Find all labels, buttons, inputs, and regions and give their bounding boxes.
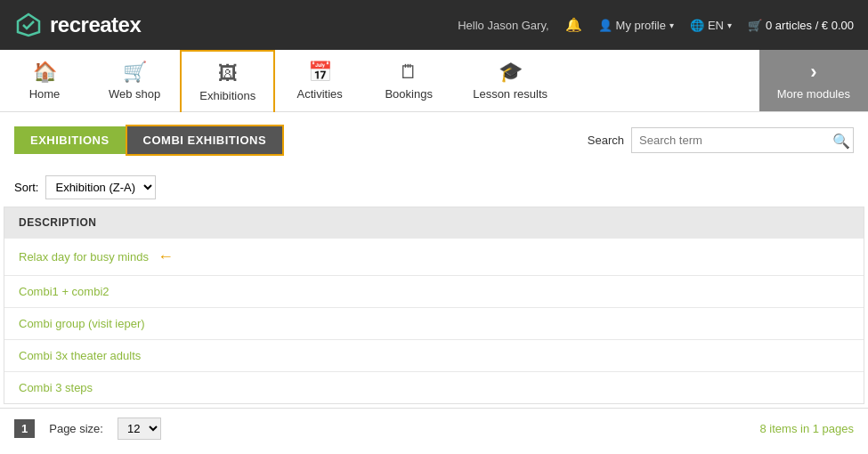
sort-row: Sort: Exhibition (Z-A) Exhibition (A-Z) … <box>0 168 868 207</box>
lang-label: EN <box>708 19 724 32</box>
table-row: Combi1 + combi2 <box>4 275 864 307</box>
svg-marker-0 <box>18 14 39 36</box>
language-selector[interactable]: 🌐 EN ▾ <box>690 19 732 32</box>
tab-exhibitions-label: Exhibitions <box>199 89 256 102</box>
lesson-results-icon: 🎓 <box>499 61 523 84</box>
table-row: Combi 3 steps <box>4 371 864 403</box>
tab-webshop-label: Web shop <box>109 87 160 101</box>
tab-more-modules-label: More modules <box>777 87 850 101</box>
exhibition-item-1[interactable]: Combi1 + combi2 <box>19 285 110 298</box>
tab-lesson-results[interactable]: 🎓 Lesson results <box>453 50 567 111</box>
search-label: Search <box>588 134 624 147</box>
webshop-icon: 🛒 <box>123 61 147 84</box>
exhibitions-button[interactable]: EXHIBITIONS <box>14 126 126 154</box>
page-summary: 8 items in 1 pages <box>759 422 854 435</box>
main-nav: 🏠 Home 🛒 Web shop 🖼 Exhibitions 📅 Activi… <box>0 50 868 112</box>
exhibition-item-3[interactable]: Combi 3x theater adults <box>19 349 141 362</box>
tab-exhibitions[interactable]: 🖼 Exhibitions <box>180 50 275 112</box>
profile-label: My profile <box>616 19 666 32</box>
sub-nav: EXHIBITIONS COMBI EXHIBITIONS Search 🔍 <box>0 112 868 168</box>
table-row: Combi 3x theater adults <box>4 339 864 371</box>
lang-dropdown-arrow-icon: ▾ <box>727 20 732 30</box>
combi-exhibitions-button[interactable]: COMBI EXHIBITIONS <box>126 125 285 156</box>
header: recreatex Hello Jason Gary, 🔔 👤 My profi… <box>0 0 868 50</box>
pagination-row: 1 Page size: 12 24 48 8 items in 1 pages <box>0 408 868 449</box>
activities-icon: 📅 <box>308 61 332 84</box>
profile-dropdown-arrow-icon: ▾ <box>669 20 674 30</box>
logo-text: recreatex <box>50 12 141 37</box>
tab-webshop[interactable]: 🛒 Web shop <box>89 50 180 111</box>
tab-bookings-label: Bookings <box>385 87 432 101</box>
page-size-select[interactable]: 12 24 48 <box>118 418 161 440</box>
greeting: Hello Jason Gary, <box>458 19 548 32</box>
my-profile-menu[interactable]: 👤 My profile ▾ <box>598 19 674 32</box>
current-page-number[interactable]: 1 <box>14 419 35 438</box>
tab-home[interactable]: 🏠 Home <box>0 50 89 111</box>
table-row: Combi group (visit ieper) <box>4 307 864 339</box>
page-size-label: Page size: <box>49 422 103 435</box>
more-modules-icon: › <box>810 61 816 84</box>
exhibition-item-4[interactable]: Combi 3 steps <box>19 381 93 394</box>
user-icon: 👤 <box>598 19 612 32</box>
logo-icon <box>14 11 43 39</box>
search-input[interactable] <box>631 127 854 153</box>
tab-lesson-results-label: Lesson results <box>473 87 548 101</box>
tab-bookings[interactable]: 🗒 Bookings <box>364 50 453 111</box>
current-item-arrow-icon: ← <box>158 247 174 266</box>
tab-activities[interactable]: 📅 Activities <box>275 50 364 111</box>
table-header: DESCRIPTION <box>4 207 864 238</box>
exhibition-item-2[interactable]: Combi group (visit ieper) <box>19 317 145 330</box>
bookings-icon: 🗒 <box>399 61 418 84</box>
tab-more-modules[interactable]: › More modules <box>759 50 868 111</box>
exhibitions-table: DESCRIPTION Relax day for busy minds ← C… <box>4 207 864 404</box>
tab-home-label: Home <box>29 87 61 101</box>
search-submit-button[interactable]: 🔍 <box>832 132 850 149</box>
description-column-header: DESCRIPTION <box>19 216 97 229</box>
sort-label: Sort: <box>14 181 38 194</box>
cart-icon: 🛒 <box>748 19 762 32</box>
cart-label: 0 articles / € 0.00 <box>766 19 854 32</box>
search-input-wrap: 🔍 <box>631 127 854 153</box>
tab-activities-label: Activities <box>297 87 343 101</box>
globe-icon: 🌐 <box>690 19 704 32</box>
search-section: Search 🔍 <box>588 127 854 153</box>
cart-button[interactable]: 🛒 0 articles / € 0.00 <box>748 19 854 32</box>
exhibition-item-0[interactable]: Relax day for busy minds <box>19 250 149 263</box>
logo: recreatex <box>14 11 141 39</box>
table-row: Relax day for busy minds ← <box>4 238 864 275</box>
home-icon: 🏠 <box>33 61 57 84</box>
sort-select[interactable]: Exhibition (Z-A) Exhibition (A-Z) Date P… <box>45 175 156 199</box>
exhibitions-icon: 🖼 <box>218 62 238 85</box>
search-icon: 🔍 <box>832 133 850 148</box>
header-right: Hello Jason Gary, 🔔 👤 My profile ▾ 🌐 EN … <box>458 17 854 33</box>
notification-bell-icon[interactable]: 🔔 <box>565 17 582 33</box>
